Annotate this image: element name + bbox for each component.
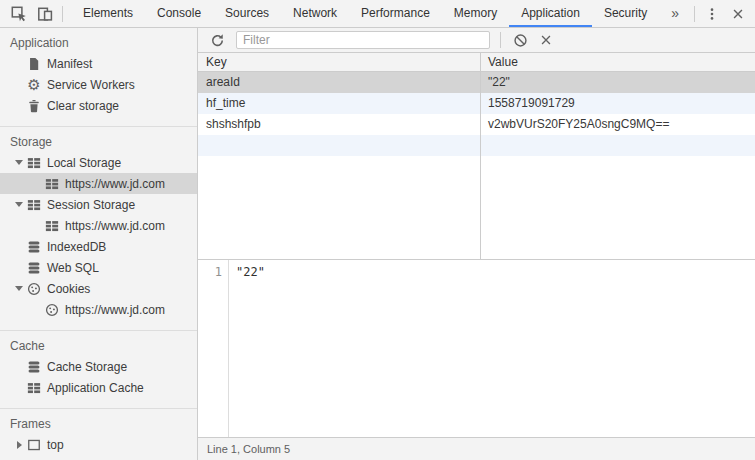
storage-items-toolbar xyxy=(198,28,755,53)
sidebar-item-label: IndexedDB xyxy=(47,240,106,254)
sidebar-item-session-storage[interactable]: Session Storage xyxy=(0,194,197,215)
storage-table-icon xyxy=(26,155,42,171)
database-icon xyxy=(26,359,42,375)
empty-row[interactable] xyxy=(198,135,755,156)
sidebar-item-cookies[interactable]: Cookies xyxy=(0,278,197,299)
sidebar-item-label: Web SQL xyxy=(47,261,99,275)
tab-console[interactable]: Console xyxy=(145,0,213,27)
sidebar-section-storage: StorageLocal Storagehttps://www.jd.comSe… xyxy=(0,126,197,330)
sidebar-item-label: Session Storage xyxy=(47,198,135,212)
tab-application[interactable]: Application xyxy=(509,0,592,27)
delete-all-button[interactable] xyxy=(507,28,533,52)
triangle-expanded xyxy=(15,160,23,165)
refresh-button[interactable] xyxy=(204,28,230,52)
table-header-row[interactable]: Key Value xyxy=(198,53,755,72)
table-body: areaId"22"hf_time1558719091729shshshfpbv… xyxy=(198,72,755,156)
application-panel-sidebar: ApplicationManifest⚙Service WorkersClear… xyxy=(0,28,198,460)
disclosure-triangle-icon[interactable] xyxy=(12,286,26,291)
sidebar-item-session-storage-jd[interactable]: https://www.jd.com xyxy=(0,215,197,236)
gear-icon: ⚙ xyxy=(26,77,42,93)
refresh-icon xyxy=(209,32,225,48)
inspect-cursor-icon xyxy=(11,6,27,22)
disclosure-triangle-icon[interactable] xyxy=(12,160,26,165)
tabbar-divider xyxy=(62,6,63,22)
device-toolbar-button[interactable] xyxy=(32,0,58,27)
sidebar-item-label: Cache Storage xyxy=(47,360,127,374)
column-header-key[interactable]: Key xyxy=(198,53,480,71)
column-header-value[interactable]: Value xyxy=(480,53,755,71)
storage-table-icon xyxy=(26,197,42,213)
delete-selected-button[interactable] xyxy=(533,28,559,52)
devtools-menu-button[interactable] xyxy=(699,0,725,27)
close-icon xyxy=(730,6,746,22)
disclosure-triangle-icon[interactable] xyxy=(12,202,26,207)
devtools-tabbar: ElementsConsoleSourcesNetworkPerformance… xyxy=(0,0,755,28)
sidebar-item-label: Cookies xyxy=(47,282,90,296)
block-icon xyxy=(512,32,528,48)
storage-items-table: Key Value areaId"22"hf_time1558719091729… xyxy=(198,53,755,259)
storage-table-icon xyxy=(44,218,60,234)
column-resize-handle[interactable] xyxy=(480,53,481,259)
tab-strip: ElementsConsoleSourcesNetworkPerformance… xyxy=(71,0,683,27)
sidebar-item-cache-storage[interactable]: Cache Storage xyxy=(0,356,197,377)
sidebar-item-clear-storage[interactable]: Clear storage xyxy=(0,95,197,116)
tabbar-right-controls xyxy=(690,0,755,27)
disclosure-triangle-icon[interactable] xyxy=(12,441,26,449)
trash-icon xyxy=(26,98,42,114)
tab-sources[interactable]: Sources xyxy=(213,0,281,27)
cookie-icon xyxy=(26,281,42,297)
storage-table-icon xyxy=(44,176,60,192)
cell-value: 1558719091729 xyxy=(480,93,755,114)
cell-key: hf_time xyxy=(198,93,480,114)
close-devtools-button[interactable] xyxy=(725,0,751,27)
sidebar-item-label: https://www.jd.com xyxy=(65,177,165,191)
table-row[interactable]: shshshfpbv2wbVUrS20FY25A0sngC9MQ== xyxy=(198,114,755,135)
frame-icon xyxy=(26,437,42,453)
tab-performance[interactable]: Performance xyxy=(349,0,442,27)
sidebar-item-label: https://www.jd.com xyxy=(65,219,165,233)
sidebar-item-application-cache[interactable]: Application Cache xyxy=(0,377,197,398)
sidebar-item-indexeddb[interactable]: IndexedDB xyxy=(0,236,197,257)
section-title-application: Application xyxy=(0,33,197,53)
inspect-element-button[interactable] xyxy=(6,0,32,27)
sidebar-item-label: Service Workers xyxy=(47,78,135,92)
device-toolbar-icon xyxy=(37,6,53,22)
filter-input[interactable] xyxy=(236,31,490,49)
section-title-cache: Cache xyxy=(0,336,197,356)
tabbar-right-divider xyxy=(694,6,695,22)
cell-value: v2wbVUrS20FY25A0sngC9MQ== xyxy=(480,114,755,135)
kebab-menu-icon xyxy=(704,6,720,22)
table-row[interactable]: areaId"22" xyxy=(198,72,755,93)
storage-toolbar-divider xyxy=(500,32,501,48)
section-title-frames: Frames xyxy=(0,414,197,434)
sidebar-item-label: top xyxy=(47,438,64,452)
tab-memory[interactable]: Memory xyxy=(442,0,509,27)
sidebar-item-label: Manifest xyxy=(47,57,92,71)
section-title-storage: Storage xyxy=(0,132,197,152)
sidebar-item-local-storage-jd[interactable]: https://www.jd.com xyxy=(0,173,197,194)
sidebar-section-frames: Framestop xyxy=(0,408,197,460)
tab-network[interactable]: Network xyxy=(281,0,349,27)
value-preview-pane: 1 "22" xyxy=(198,259,755,437)
sidebar-section-application: ApplicationManifest⚙Service WorkersClear… xyxy=(0,28,197,126)
sidebar-item-local-storage[interactable]: Local Storage xyxy=(0,152,197,173)
preview-content[interactable]: "22" xyxy=(229,260,755,437)
sidebar-item-service-workers[interactable]: ⚙Service Workers xyxy=(0,74,197,95)
sidebar-item-frame-top[interactable]: top xyxy=(0,434,197,455)
triangle-expanded xyxy=(15,202,23,207)
devtools-content: ApplicationManifest⚙Service WorkersClear… xyxy=(0,28,755,460)
tab-security[interactable]: Security xyxy=(592,0,659,27)
table-row[interactable]: hf_time1558719091729 xyxy=(198,93,755,114)
sidebar-item-web-sql[interactable]: Web SQL xyxy=(0,257,197,278)
tab-elements[interactable]: Elements xyxy=(71,0,145,27)
sidebar-item-label: https://www.jd.com xyxy=(65,303,165,317)
database-icon xyxy=(26,260,42,276)
sidebar-item-label: Application Cache xyxy=(47,381,144,395)
more-tabs-button[interactable]: » xyxy=(659,0,683,27)
sidebar-item-manifest[interactable]: Manifest xyxy=(0,53,197,74)
triangle-collapsed xyxy=(17,441,22,449)
sidebar-item-label: Local Storage xyxy=(47,156,121,170)
storage-table-icon xyxy=(26,380,42,396)
x-icon xyxy=(538,32,554,48)
sidebar-item-cookies-jd[interactable]: https://www.jd.com xyxy=(0,299,197,320)
